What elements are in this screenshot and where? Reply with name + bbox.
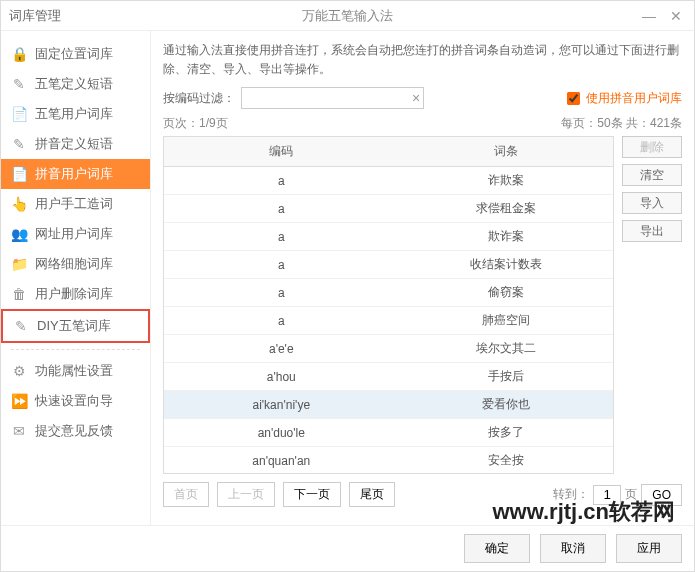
sidebar-item-1[interactable]: ✎五笔定义短语 [1,69,150,99]
sidebar-item-label: 五笔用户词库 [35,105,113,123]
sidebar-item-label: 五笔定义短语 [35,75,113,93]
sidebar-icon: ✎ [11,76,27,92]
cell-entry: 收结案计数表 [399,251,613,279]
sidebar-item-label: 网络细胞词库 [35,255,113,273]
sidebar-item-9[interactable]: ✎DIY五笔词库 [1,309,150,343]
cell-code: a'hou [164,363,399,391]
table-row[interactable]: a'hou手按后 [164,363,613,391]
sidebar-item-13[interactable]: ✉提交意见反馈 [1,416,150,446]
cell-entry: 肺癌空间 [399,307,613,335]
cell-entry: 按多了 [399,419,613,447]
table-row[interactable]: a求偿租金案 [164,195,613,223]
cell-entry: 诈欺案 [399,167,613,195]
cell-code: an'quan'an [164,447,399,474]
sidebar-icon: 📁 [11,256,27,272]
sidebar-item-label: 用户手工造词 [35,195,113,213]
page-info-left: 页次：1/9页 [163,115,228,132]
cell-code: ai'kan'ni'ye [164,391,399,419]
filter-label: 按编码过滤： [163,90,235,107]
sidebar-item-8[interactable]: 🗑用户删除词库 [1,279,150,309]
sidebar-icon: 🗑 [11,286,27,302]
sidebar-item-0[interactable]: 🔒固定位置词库 [1,39,150,69]
dictionary-table: 编码 词条 a诈欺案a求偿租金案a欺诈案a收结案计数表a偷窃案a肺癌空间a'e'… [163,136,614,474]
sidebar-item-label: 功能属性设置 [35,362,113,380]
prev-page-button[interactable]: 上一页 [217,482,275,507]
sidebar-icon: 📄 [11,106,27,122]
cell-entry: 偷窃案 [399,279,613,307]
sidebar-icon: ✉ [11,423,27,439]
sidebar-item-label: 用户删除词库 [35,285,113,303]
use-pinyin-label: 使用拼音用户词库 [586,90,682,107]
import-button[interactable]: 导入 [622,192,682,214]
sidebar-item-label: 固定位置词库 [35,45,113,63]
sidebar-item-label: 拼音定义短语 [35,135,113,153]
sidebar-item-5[interactable]: 👆用户手工造词 [1,189,150,219]
sidebar-item-label: 提交意见反馈 [35,422,113,440]
sidebar-icon: ✎ [13,318,29,334]
close-button[interactable]: ✕ [670,8,686,24]
cell-code: a [164,167,399,195]
sidebar-item-2[interactable]: 📄五笔用户词库 [1,99,150,129]
cell-entry: 爱看你也 [399,391,613,419]
cell-code: a [164,223,399,251]
sidebar-icon: 🔒 [11,46,27,62]
cell-code: a [164,307,399,335]
table-row[interactable]: an'quan'an安全按 [164,447,613,474]
cell-code: an'duo'le [164,419,399,447]
sidebar-icon: ⚙ [11,363,27,379]
cell-entry: 求偿租金案 [399,195,613,223]
cell-code: a [164,279,399,307]
clear-filter-icon[interactable]: × [412,90,420,106]
sidebar-item-11[interactable]: ⚙功能属性设置 [1,356,150,386]
window-title: 万能五笔输入法 [302,7,393,25]
cancel-button[interactable]: 取消 [540,534,606,563]
sidebar-item-6[interactable]: 👥网址用户词库 [1,219,150,249]
use-pinyin-checkbox[interactable] [567,92,580,105]
sidebar-item-label: 拼音用户词库 [35,165,113,183]
sidebar-item-label: 网址用户词库 [35,225,113,243]
sidebar-icon: 👆 [11,196,27,212]
apply-button[interactable]: 应用 [616,534,682,563]
sidebar-item-7[interactable]: 📁网络细胞词库 [1,249,150,279]
last-page-button[interactable]: 尾页 [349,482,395,507]
sidebar-item-label: 快速设置向导 [35,392,113,410]
cell-entry: 埃尔文其二 [399,335,613,363]
table-row[interactable]: ai'kan'ni'ye爱看你也 [164,391,613,419]
page-info-right: 每页：50条 共：421条 [561,115,682,132]
table-row[interactable]: a诈欺案 [164,167,613,195]
table-row[interactable]: a偷窃案 [164,279,613,307]
next-page-button[interactable]: 下一页 [283,482,341,507]
cell-code: a [164,251,399,279]
filter-input[interactable] [241,87,424,109]
delete-button[interactable]: 删除 [622,136,682,158]
table-row[interactable]: a肺癌空间 [164,307,613,335]
sidebar-icon: 👥 [11,226,27,242]
description-text: 通过输入法直接使用拼音连打，系统会自动把您连打的拼音词条自动造词，您可以通过下面… [163,41,682,79]
sidebar-item-12[interactable]: ⏩快速设置向导 [1,386,150,416]
col-code[interactable]: 编码 [164,137,399,167]
cell-entry: 安全按 [399,447,613,474]
app-title: 词库管理 [9,7,61,25]
sidebar-icon: ✎ [11,136,27,152]
sidebar-item-4[interactable]: 📄拼音用户词库 [1,159,150,189]
col-entry[interactable]: 词条 [399,137,613,167]
minimize-button[interactable]: — [642,8,658,24]
ok-button[interactable]: 确定 [464,534,530,563]
sidebar-item-3[interactable]: ✎拼音定义短语 [1,129,150,159]
cell-entry: 欺诈案 [399,223,613,251]
export-button[interactable]: 导出 [622,220,682,242]
table-row[interactable]: a收结案计数表 [164,251,613,279]
clear-button[interactable]: 清空 [622,164,682,186]
sidebar-icon: ⏩ [11,393,27,409]
table-row[interactable]: a'e'e埃尔文其二 [164,335,613,363]
table-row[interactable]: an'duo'le按多了 [164,419,613,447]
table-row[interactable]: a欺诈案 [164,223,613,251]
watermark-text: www.rjtj.cn软荐网 [492,497,675,527]
first-page-button[interactable]: 首页 [163,482,209,507]
cell-code: a [164,195,399,223]
cell-entry: 手按后 [399,363,613,391]
sidebar: 🔒固定位置词库✎五笔定义短语📄五笔用户词库✎拼音定义短语📄拼音用户词库👆用户手工… [1,31,151,525]
sidebar-item-label: DIY五笔词库 [37,317,111,335]
title-bar: 词库管理 万能五笔输入法 — ✕ [1,1,694,31]
cell-code: a'e'e [164,335,399,363]
